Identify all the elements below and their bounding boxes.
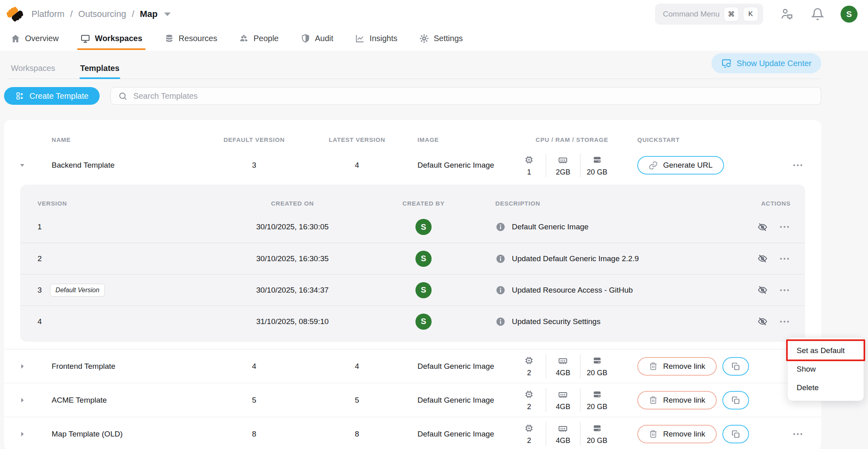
tab-templates[interactable]: Templates: [80, 64, 119, 73]
generate-url-label: Generate URL: [663, 161, 713, 170]
trash-icon: [649, 362, 658, 371]
template-icon: [15, 91, 24, 100]
template-name[interactable]: Frontend Template: [40, 362, 194, 371]
default-version-value: 8: [194, 430, 315, 439]
created-on-value: 31/10/2025, 08:59:10: [226, 317, 359, 326]
table-row-backend-template: Backend Template 3 4 Default Generic Ima…: [4, 148, 821, 182]
templates-card: NAME DEFAULT VERSION LATEST VERSION IMAG…: [4, 120, 821, 449]
nav-item-settings[interactable]: Settings: [419, 33, 463, 44]
hide-version-eye-off-icon[interactable]: [757, 222, 768, 233]
col-header-name: NAME: [40, 136, 194, 143]
home-icon: [10, 33, 21, 44]
nav-item-people[interactable]: People: [239, 33, 278, 44]
versions-panel: VERSION CREATED ON CREATED BY DESCRIPTIO…: [20, 185, 805, 342]
brand-logo-icon[interactable]: [6, 5, 24, 23]
copy-template-button[interactable]: [722, 391, 749, 410]
created-by-avatar[interactable]: S: [415, 282, 432, 298]
storage-icon: [592, 423, 603, 434]
cpu-value: 2: [527, 437, 531, 445]
expand-caret-right-icon[interactable]: [18, 396, 27, 405]
expand-caret-right-icon[interactable]: [18, 362, 27, 371]
breadcrumb-platform[interactable]: Platform: [31, 9, 65, 19]
breadcrumb-current-map[interactable]: Map: [140, 9, 158, 19]
latest-version-value: 4: [315, 362, 399, 371]
created-by-avatar[interactable]: S: [415, 219, 432, 235]
resources-group: 2 4GB 20 GB: [512, 354, 614, 378]
col-header-default-version: DEFAULT VERSION: [194, 136, 315, 143]
hide-version-eye-off-icon[interactable]: [757, 285, 768, 295]
template-name[interactable]: Map Template (OLD): [40, 430, 194, 439]
created-by-avatar[interactable]: S: [415, 314, 432, 330]
breadcrumb-dropdown-caret-icon[interactable]: [164, 12, 171, 16]
show-update-center-button[interactable]: Show Update Center: [712, 53, 821, 73]
user-avatar[interactable]: S: [841, 6, 858, 23]
default-version-badge: Default Version: [50, 284, 105, 297]
version-more-menu-icon[interactable]: [778, 221, 791, 233]
row-more-menu-icon[interactable]: [792, 159, 804, 171]
search-templates-input[interactable]: [133, 91, 814, 101]
trash-icon: [649, 429, 658, 439]
create-template-label: Create Template: [29, 91, 88, 101]
copy-template-button[interactable]: [722, 357, 749, 376]
version-more-menu-icon[interactable]: [778, 253, 791, 265]
description-value: Updated Security Settings: [512, 317, 601, 326]
ram-value: 2GB: [556, 168, 570, 177]
menu-item-show[interactable]: Show: [788, 360, 864, 378]
trash-icon: [649, 395, 658, 405]
menu-item-set-as-default[interactable]: Set as Default: [788, 341, 864, 360]
info-icon[interactable]: [495, 316, 506, 327]
feedback-person-chat-icon[interactable]: [780, 7, 794, 21]
info-icon[interactable]: [495, 222, 506, 232]
create-template-button[interactable]: Create Template: [4, 87, 100, 105]
remove-link-label: Remove link: [663, 362, 705, 371]
remove-link-button[interactable]: Remove link: [637, 425, 717, 443]
version-number: 4: [20, 317, 226, 326]
command-menu-button[interactable]: Command Menu ⌘ K: [655, 4, 763, 25]
remove-link-button[interactable]: Remove link: [637, 357, 717, 376]
nav-item-overview[interactable]: Overview: [10, 33, 58, 44]
created-by-avatar[interactable]: S: [415, 251, 432, 267]
storage-value: 20 GB: [587, 369, 607, 377]
hide-version-eye-off-icon[interactable]: [757, 316, 768, 327]
versions-table-header: VERSION CREATED ON CREATED BY DESCRIPTIO…: [20, 195, 805, 211]
expand-caret-right-icon[interactable]: [18, 430, 27, 439]
storage-icon: [592, 355, 603, 366]
remove-link-button[interactable]: Remove link: [637, 391, 717, 410]
hide-version-eye-off-icon[interactable]: [757, 253, 768, 264]
row-more-menu-icon[interactable]: [792, 428, 804, 440]
info-icon[interactable]: [495, 285, 506, 295]
version-more-menu-icon[interactable]: [778, 316, 791, 328]
created-on-value: 30/10/2025, 16:30:05: [226, 222, 359, 231]
cpu-chip-icon: [524, 154, 534, 165]
command-menu-label: Command Menu: [663, 10, 720, 19]
tab-workspaces[interactable]: Workspaces: [11, 64, 55, 73]
nav-item-audit[interactable]: Audit: [300, 33, 334, 44]
database-icon: [164, 33, 174, 44]
latest-version-value: 5: [315, 396, 399, 405]
col-header-version: VERSION: [20, 200, 226, 207]
info-icon[interactable]: [495, 254, 506, 264]
cpu-value: 2: [527, 403, 531, 411]
col-header-actions: ACTIONS: [730, 200, 805, 207]
version-number: 2: [20, 254, 226, 263]
menu-item-delete[interactable]: Delete: [788, 378, 864, 397]
generate-url-button[interactable]: Generate URL: [637, 156, 724, 175]
collapse-caret-down-icon[interactable]: [18, 161, 27, 170]
line-chart-icon: [355, 33, 365, 44]
template-name[interactable]: ACME Template: [40, 396, 194, 405]
breadcrumb-outsourcing[interactable]: Outsourcing: [78, 9, 126, 19]
nav-item-resources[interactable]: Resources: [164, 33, 217, 44]
copy-template-button[interactable]: [722, 425, 749, 443]
nav-item-insights[interactable]: Insights: [355, 33, 397, 44]
storage-value: 20 GB: [587, 437, 607, 445]
image-value: Default Generic Image: [399, 362, 512, 371]
notifications-bell-icon[interactable]: [811, 7, 824, 21]
breadcrumb-separator: /: [70, 9, 73, 19]
template-name[interactable]: Backend Template: [40, 161, 194, 170]
gear-icon: [419, 33, 429, 44]
update-center-icon: [721, 58, 732, 69]
copy-icon: [731, 396, 740, 405]
ram-value: 4GB: [556, 369, 570, 377]
nav-item-workspaces[interactable]: Workspaces: [80, 33, 142, 44]
version-more-menu-icon[interactable]: [778, 284, 791, 296]
